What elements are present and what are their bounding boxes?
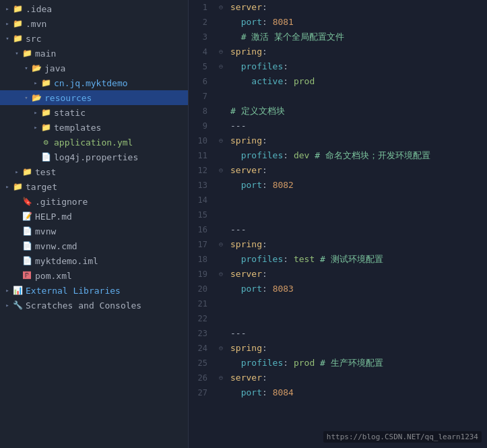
line-num-19: 19 xyxy=(189,267,214,282)
line-content-7 xyxy=(228,89,487,104)
sidebar-item-label: java xyxy=(44,63,65,73)
folder-icon: 📁 xyxy=(22,48,32,59)
folder-icon: 📂 xyxy=(31,92,42,103)
gutter-25 xyxy=(214,356,228,371)
sidebar-item-templates[interactable]: 📁 templates xyxy=(0,120,188,135)
gutter-9 xyxy=(214,119,228,133)
arrow-icon xyxy=(22,93,31,102)
fold-btn-17[interactable] xyxy=(219,237,223,252)
sidebar-item-cnjq[interactable]: 📁 cn.jq.myktdemo xyxy=(0,75,188,90)
code-line-2: 2 port: 8081 xyxy=(189,15,487,30)
line-content-9: --- xyxy=(228,119,487,133)
line-num-16: 16 xyxy=(189,222,214,237)
fold-btn-19[interactable] xyxy=(219,267,223,282)
code-line-23: 23 --- xyxy=(189,326,487,341)
gutter-12[interactable] xyxy=(214,163,228,178)
gutter-26[interactable] xyxy=(214,371,228,385)
fold-btn-24[interactable] xyxy=(219,341,223,356)
sidebar-item-gitignore[interactable]: 🔖 .gitignore xyxy=(0,194,188,209)
gutter-13 xyxy=(214,178,228,193)
line-num-9: 9 xyxy=(189,119,214,133)
code-line-21: 21 xyxy=(189,296,487,311)
fold-btn-4[interactable] xyxy=(219,44,223,59)
sidebar-item-application-yml[interactable]: ⚙ application.yml xyxy=(0,135,188,150)
sidebar-item-main[interactable]: 📁 main xyxy=(0,46,188,61)
gutter-4[interactable] xyxy=(214,44,228,59)
folder-icon: 📁 xyxy=(40,107,51,118)
line-content-13: port: 8082 xyxy=(228,178,487,193)
file-yml-icon: ⚙ xyxy=(40,137,51,148)
sidebar-item-ext-libs[interactable]: 📊 External Libraries xyxy=(0,283,188,298)
line-num-15: 15 xyxy=(189,207,214,222)
sidebar-item-mvnw-cmd[interactable]: 📄 mvnw.cmd xyxy=(0,238,188,253)
arrow-icon xyxy=(3,182,12,191)
line-num-10: 10 xyxy=(189,133,214,148)
gutter-2 xyxy=(214,15,228,30)
sidebar-item-help[interactable]: 📝 HELP.md xyxy=(0,209,188,224)
sidebar-item-iml[interactable]: 📄 myktdemo.iml xyxy=(0,253,188,268)
line-num-23: 23 xyxy=(189,326,214,341)
arrow-icon xyxy=(3,19,12,28)
fold-btn-26[interactable] xyxy=(219,371,223,385)
line-content-27: port: 8084 xyxy=(228,385,487,400)
arrow-icon xyxy=(3,286,12,295)
code-line-12: 12 server: xyxy=(189,163,487,178)
line-num-27: 27 xyxy=(189,385,214,400)
code-line-4: 4 spring: xyxy=(189,44,487,59)
sidebar-item-resources[interactable]: 📂 resources xyxy=(0,90,188,105)
sidebar-item-mvnw[interactable]: 📄 mvnw xyxy=(0,224,188,238)
gutter-11 xyxy=(214,148,228,163)
gutter-8 xyxy=(214,104,228,119)
line-content-23: --- xyxy=(228,326,487,341)
arrow-icon xyxy=(31,78,40,88)
code-line-13: 13 port: 8082 xyxy=(189,178,487,193)
code-line-17: 17 spring: xyxy=(189,237,487,252)
file-xml-icon: 🅿 xyxy=(22,270,32,281)
arrow-icon xyxy=(3,34,12,43)
fold-btn-1[interactable] xyxy=(219,0,223,15)
sidebar-item-pom[interactable]: 🅿 pom.xml xyxy=(0,268,188,283)
sidebar-item-label: mvnw.cmd xyxy=(35,241,77,251)
gutter-10[interactable] xyxy=(214,133,228,148)
line-content-5: profiles: xyxy=(228,59,487,74)
gutter-17[interactable] xyxy=(214,237,228,252)
gutter-19[interactable] xyxy=(214,267,228,282)
code-line-14: 14 xyxy=(189,193,487,207)
sidebar-item-target[interactable]: 📁 target xyxy=(0,179,188,194)
line-content-11: profiles: dev # 命名文档块；开发环境配置 xyxy=(228,148,487,163)
gutter-5[interactable] xyxy=(214,59,228,74)
line-num-14: 14 xyxy=(189,193,214,207)
sidebar-item-scratches[interactable]: 🔧 Scratches and Consoles xyxy=(0,298,188,313)
fold-btn-10[interactable] xyxy=(219,133,223,148)
line-content-15 xyxy=(228,207,487,222)
folder-icon: 📁 xyxy=(12,18,23,29)
code-line-19: 19 server: xyxy=(189,267,487,282)
sidebar-item-static[interactable]: 📁 static xyxy=(0,105,188,120)
code-line-7: 7 xyxy=(189,89,487,104)
code-line-5: 5 profiles: xyxy=(189,59,487,74)
sidebar-item-label: application.yml xyxy=(54,137,133,148)
gutter-24[interactable] xyxy=(214,341,228,356)
sidebar-item-test[interactable]: 📁 test xyxy=(0,164,188,179)
sidebar-item-idea[interactable]: 📁 .idea xyxy=(0,1,188,16)
line-content-10: spring: xyxy=(228,133,487,148)
line-num-18: 18 xyxy=(189,252,214,267)
line-content-18: profiles: test # 测试环境配置 xyxy=(228,252,487,267)
sidebar-item-src[interactable]: 📁 src xyxy=(0,31,188,46)
line-num-25: 25 xyxy=(189,356,214,371)
sidebar-item-label: src xyxy=(26,34,41,44)
gutter-1[interactable] xyxy=(214,0,228,15)
sidebar-item-label: log4j.properties xyxy=(54,152,138,162)
line-content-25: profiles: prod # 生产环境配置 xyxy=(228,356,487,371)
sidebar-item-log4j[interactable]: 📄 log4j.properties xyxy=(0,150,188,164)
sidebar-item-label: External Libraries xyxy=(26,286,121,296)
line-content-4: spring: xyxy=(228,44,487,59)
file-tree[interactable]: 📁 .idea 📁 .mvn 📁 src 📁 main 📂 java 📁 cn.… xyxy=(0,0,189,448)
sidebar-item-mvn[interactable]: 📁 .mvn xyxy=(0,16,188,31)
sidebar-item-java[interactable]: 📂 java xyxy=(0,61,188,75)
file-iml-icon: 📄 xyxy=(22,255,32,266)
fold-btn-12[interactable] xyxy=(219,163,223,178)
line-content-16: --- xyxy=(228,222,487,237)
fold-btn-5[interactable] xyxy=(219,59,223,74)
line-num-22: 22 xyxy=(189,311,214,326)
